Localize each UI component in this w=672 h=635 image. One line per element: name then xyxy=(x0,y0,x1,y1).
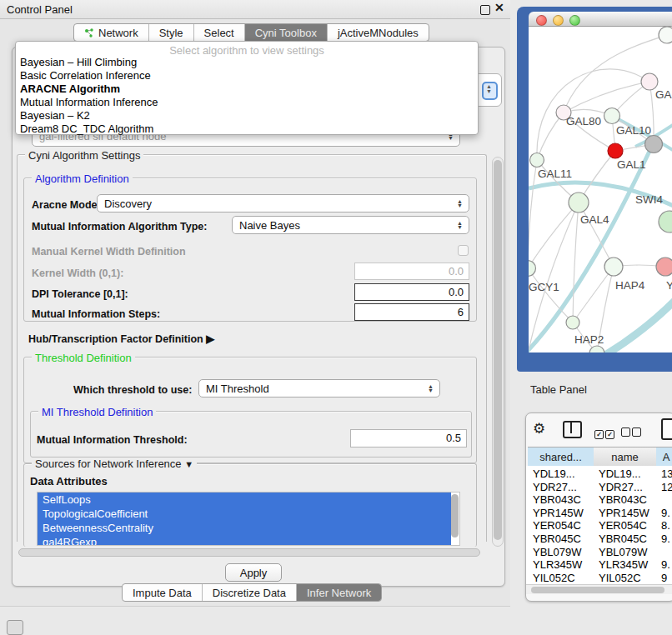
tab-style[interactable]: Style xyxy=(149,24,194,41)
table-hscrollbar-thumb[interactable] xyxy=(531,587,664,593)
mi-threshold-label: Mutual Information Threshold: xyxy=(37,434,188,446)
table-body: YDL19... YDL19... 13 YDR27... YDR27... 1… xyxy=(526,466,672,584)
algorithm-option-bayesian-hill[interactable]: Bayesian – Hill Climbing xyxy=(20,56,137,68)
node-gcy1[interactable] xyxy=(529,261,536,277)
settings-vscrollbar[interactable] xyxy=(492,157,504,547)
attribute-betweennesscentrality[interactable]: BetweennessCentrality xyxy=(38,521,451,535)
network-node-label: HAP4 xyxy=(615,279,644,292)
aracne-mode-label: Aracne Mode: xyxy=(32,199,101,211)
minimized-panel-icon[interactable] xyxy=(7,620,23,635)
kernel-width-field[interactable]: 0.0 xyxy=(354,262,469,280)
close-icon[interactable]: ✕ xyxy=(494,1,504,14)
control-panel: Control Panel ✕ Network Style Select Cyn… xyxy=(0,0,510,607)
mi-type-combo[interactable]: Naive Bayes ▲▼ xyxy=(232,216,469,234)
table-row[interactable]: YBR045C YBR045C 9. xyxy=(526,532,672,546)
deselect-all-columns-icon[interactable] xyxy=(621,425,643,440)
table-row[interactable]: YBL079W YBL079W xyxy=(526,546,672,559)
which-threshold-combo[interactable]: MI Threshold ▲▼ xyxy=(198,379,440,398)
list-scrollbar-thumb[interactable] xyxy=(451,494,459,538)
aracne-mode-combo[interactable]: Discovery ▲▼ xyxy=(97,194,469,212)
network-window-titlebar[interactable] xyxy=(529,12,672,27)
data-attributes-label: Data Attributes xyxy=(30,475,108,488)
network-canvas[interactable]: GAL GAL80 GAL10 GAL1 GAL11 SWI4 GAL4 GCY… xyxy=(529,27,672,352)
table-row[interactable]: YLR345W YLR345W 9. xyxy=(526,558,672,572)
table-row[interactable]: YDR27... YDR27... 12 xyxy=(526,481,672,494)
table-row[interactable]: YDL19... YDL19... 13 xyxy=(526,468,672,481)
algorithm-option-basic-correlation[interactable]: Basic Correlation Inference xyxy=(20,69,151,82)
network-graph xyxy=(529,27,672,352)
cyni-mode-tabs: Impute Data Discretize Data Infer Networ… xyxy=(122,583,382,602)
kernel-width-label: Kernel Width (0,1): xyxy=(32,268,123,279)
column-header-name[interactable]: name xyxy=(594,447,657,468)
which-threshold-value: MI Threshold xyxy=(206,382,269,395)
control-panel-titlebar: Control Panel ✕ xyxy=(0,0,510,19)
settings-vscrollbar-thumb[interactable] xyxy=(494,160,502,540)
node-top-right[interactable] xyxy=(659,27,672,43)
minimize-traffic-light[interactable] xyxy=(553,15,564,26)
attribute-selfloops[interactable]: SelfLoops xyxy=(38,492,451,507)
table-hscrollbar[interactable] xyxy=(526,584,672,594)
new-table-icon[interactable] xyxy=(661,418,672,440)
dpi-tolerance-field[interactable]: 0.0 xyxy=(354,283,469,301)
dpi-tolerance-label: DPI Tolerance [0,1]: xyxy=(32,288,128,300)
split-columns-icon[interactable] xyxy=(563,421,582,438)
tab-infer-network[interactable]: Infer Network xyxy=(297,584,381,601)
tab-jactivemnodules[interactable]: jActiveMNodules xyxy=(328,24,429,41)
node-gal4[interactable] xyxy=(569,192,589,212)
network-node-label: GAL10 xyxy=(616,124,651,137)
node-gal10[interactable] xyxy=(604,108,620,124)
table-row[interactable]: YER054C YER054C 8. xyxy=(526,519,672,532)
tab-cyni-toolbox[interactable]: Cyni Toolbox xyxy=(245,24,328,41)
settings-gear-icon[interactable]: ⚙ xyxy=(533,420,545,438)
algorithm-option-mutual-information[interactable]: Mutual Information Inference xyxy=(20,96,158,108)
hub-definition-expander[interactable]: Hub/Transcription Factor Definition ▶ xyxy=(28,332,214,345)
node-hap4[interactable] xyxy=(604,258,623,276)
node-gray[interactable] xyxy=(645,136,663,153)
tab-discretize-data[interactable]: Discretize Data xyxy=(203,584,297,601)
column-header-clipped[interactable]: A xyxy=(656,447,672,468)
node-gal-pink[interactable] xyxy=(641,73,658,90)
control-panel-tabs: Network Style Select Cyni Toolbox jActiv… xyxy=(73,23,429,42)
manual-kernel-checkbox[interactable] xyxy=(458,245,469,256)
table-panel-title: Table Panel xyxy=(530,383,587,396)
node-hap2[interactable] xyxy=(566,316,579,329)
node-gal11[interactable] xyxy=(530,153,544,168)
tab-network[interactable]: Network xyxy=(74,24,149,41)
expander-right-icon: ▶ xyxy=(206,332,214,345)
mi-steps-field[interactable]: 6 xyxy=(354,303,469,321)
attribute-gal4rgexp[interactable]: gal4RGexp xyxy=(38,535,451,546)
close-traffic-light[interactable] xyxy=(536,15,547,26)
float-window-icon[interactable] xyxy=(480,5,490,15)
tab-impute-data[interactable]: Impute Data xyxy=(123,584,203,601)
table-row[interactable]: YIL052C YIL052C 9 xyxy=(526,572,672,584)
node-salmon[interactable] xyxy=(656,258,672,276)
aracne-mode-value: Discovery xyxy=(104,198,152,210)
algorithm-option-bayesian-k2[interactable]: Bayesian – K2 xyxy=(20,109,90,122)
cyni-settings-title: Cyni Algorithm Settings xyxy=(25,149,143,162)
network-icon xyxy=(84,28,94,38)
tab-network-label: Network xyxy=(98,27,138,39)
apply-button[interactable]: Apply xyxy=(225,563,282,582)
combo-spinner-focused[interactable]: ▲▼ xyxy=(482,82,498,100)
column-header-shared-name[interactable]: shared... xyxy=(528,447,594,468)
network-node-label: GAL4 xyxy=(580,213,609,226)
manual-kernel-label: Manual Kernel Width Definition xyxy=(32,246,186,258)
network-node-label: GAL11 xyxy=(538,168,572,180)
algorithm-option-aracne[interactable]: ARACNE Algorithm xyxy=(20,82,120,95)
select-all-columns-icon[interactable]: ✓✓ xyxy=(594,425,616,440)
attribute-topologicalcoefficient[interactable]: TopologicalCoefficient xyxy=(38,507,451,521)
mi-threshold-field[interactable]: 0.5 xyxy=(350,429,467,448)
zoom-traffic-light[interactable] xyxy=(569,15,580,26)
algorithm-option-dream8[interactable]: Dream8 DC_TDC Algorithm xyxy=(20,122,153,135)
node-gal1-red[interactable] xyxy=(608,143,623,158)
threshold-definition-title: Threshold Definition xyxy=(32,352,135,364)
tab-select[interactable]: Select xyxy=(194,24,245,41)
sources-expander[interactable]: Sources for Network Inference ▼ xyxy=(32,458,197,470)
settings-hscrollbar[interactable] xyxy=(18,548,480,557)
table-row[interactable]: YBR043C YBR043C xyxy=(526,493,672,507)
table-row[interactable]: YPR145W YPR145W 9. xyxy=(526,507,672,520)
algorithm-dropdown-popup: Select algorithm to view settings Bayesi… xyxy=(15,41,479,135)
which-threshold-label: Which threshold to use: xyxy=(73,384,192,396)
network-node-label: HAP2 xyxy=(574,333,604,346)
node-swi4[interactable] xyxy=(659,211,672,232)
